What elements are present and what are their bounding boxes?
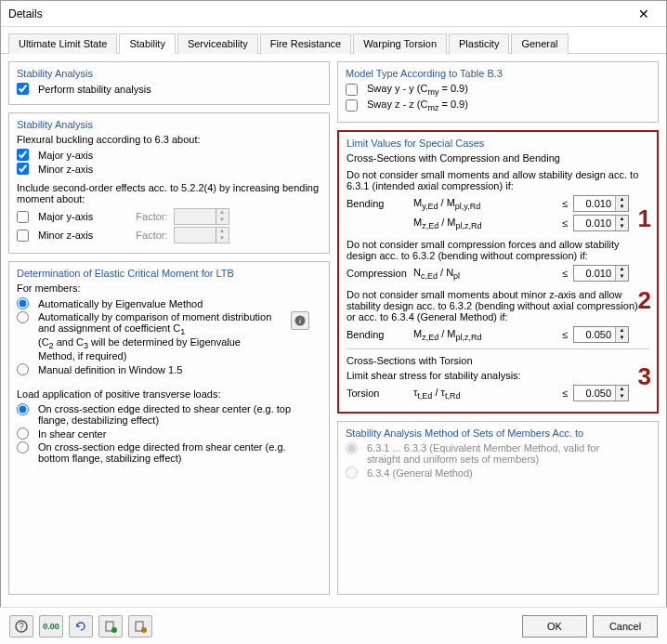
cross-sections-torsion-heading: Cross-Sections with Torsion [347,355,649,366]
sway-z-label: Sway z - z (Cmz = 0.9) [367,99,468,112]
limit-4-input[interactable] [574,327,615,342]
limit-2-input[interactable] [574,216,615,230]
minor-z2-checkbox[interactable] [17,230,29,242]
load-bottom-flange-radio[interactable] [17,441,29,453]
ltb-comparison-radio[interactable] [17,311,29,323]
group-title: Determination of Elastic Critical Moment… [17,268,321,279]
spin-up[interactable]: ▲ [616,196,628,204]
tab-general[interactable]: General [511,33,568,54]
sway-y-label: Sway y - y (Cmy = 0.9) [367,83,468,97]
limit-3-input[interactable] [574,266,615,281]
ltb-eigenvalue-label: Automatically by Eigenvalue Method [38,298,203,309]
major-y-checkbox[interactable] [17,149,29,161]
minor-z-label: Minor z-axis [38,164,93,175]
window-title: Details [8,7,629,20]
content-area: Stability Analysis Perform stability ana… [1,54,666,602]
group-stability-analysis-mid: Stability Analysis Flexural buckling acc… [8,112,330,254]
ratio-mzed-2: Mz,Ed / Mpl,z,Rd [413,328,556,342]
footer: ? 0.00 OK Cancel [0,607,667,644]
titlebar: Details ✕ [1,1,666,27]
limit-p4: Limit shear stress for stability analysi… [347,370,649,381]
tab-ultimate-limit-state[interactable]: Ultimate Limit State [8,33,117,54]
spin-up[interactable]: ▲ [616,266,628,273]
group-model-type: Model Type According to Table B.3 Sway y… [337,61,659,123]
load-shear-center-radio[interactable] [17,427,29,440]
cross-sections-compression-heading: Cross-Sections with Compression and Bend… [347,152,649,164]
cancel-button[interactable]: Cancel [593,615,658,637]
ratio-tau: τt,Ed / τt,Rd [413,387,556,401]
limit-1-spinner[interactable]: ▲▼ [573,195,629,212]
load-bottom-flange-label: On cross-section edge directed from shea… [38,441,307,464]
svg-text:?: ? [19,622,24,632]
left-column: Stability Analysis Perform stability ana… [8,61,330,595]
le-symbol: ≤ [562,198,568,209]
spin-up[interactable]: ▲ [616,216,628,223]
factor-label-2: Factor: [136,230,167,241]
load-shear-center-label: In shear center [38,428,106,440]
spin-down[interactable]: ▼ [616,335,628,342]
ok-button[interactable]: OK [522,615,587,637]
ltb-eigenvalue-radio[interactable] [17,297,29,309]
limit-1-input[interactable] [574,196,615,211]
major-y-label: Major y-axis [38,150,93,161]
minor-z-checkbox[interactable] [17,163,29,175]
tab-fire-resistance[interactable]: Fire Resistance [260,33,351,54]
footer-icons: ? 0.00 [9,615,152,637]
group-title: Stability Analysis [17,68,321,79]
for-members-label: For members: [17,283,321,294]
limit-p1: Do not consider small moments and allow … [347,169,649,191]
group-stability-method: Stability Analysis Method of Sets of Mem… [337,421,659,595]
svg-point-5 [111,627,117,633]
default-2-icon[interactable] [128,615,152,637]
ltb-comparison-label: Automatically by comparison of moment di… [38,311,280,361]
major-y2-checkbox[interactable] [17,211,29,223]
spin-down[interactable]: ▼ [616,273,628,281]
method-634-radio [346,467,358,479]
limit-4-spinner[interactable]: ▲▼ [573,326,629,343]
ltb-manual-radio[interactable] [17,363,29,375]
limit-3-spinner[interactable]: ▲▼ [573,265,629,282]
tab-stability[interactable]: Stability [119,33,176,54]
torsion-label: Torsion [347,388,413,399]
spin-down[interactable]: ▼ [616,223,628,230]
group-title: Stability Analysis [17,119,321,130]
units-icon[interactable]: 0.00 [39,615,63,637]
load-top-flange-radio[interactable] [17,403,29,415]
load-app-label: Load application of positive transverse … [17,388,321,400]
minor-z2-label: Minor z-axis [38,230,93,241]
second-order-label: Include second-order effects acc. to 5.2… [17,182,321,204]
ratio-nced: Nc,Ed / Npl [413,267,556,281]
limit-5-spinner[interactable]: ▲▼ [573,385,629,401]
compression-label: Compression [347,268,413,279]
tab-plasticity[interactable]: Plasticity [449,33,509,54]
perform-stability-label: Perform stability analysis [38,84,151,95]
factor-y-spinner: ▲▼ [174,208,229,225]
major-y2-label: Major y-axis [38,211,93,222]
tab-warping-torsion[interactable]: Warping Torsion [353,33,447,54]
spin-down[interactable]: ▼ [616,393,628,401]
close-button[interactable]: ✕ [629,4,659,24]
sway-z-checkbox[interactable] [346,99,358,112]
default-1-icon[interactable] [98,615,123,637]
limit-5-input[interactable] [574,386,615,401]
method-631-radio [346,442,358,454]
factor-y-input [175,209,216,224]
ratio-myed: My,Ed / Mpl,y,Rd [413,197,556,211]
spin-up[interactable]: ▲ [616,386,628,393]
callout-1: 1 [638,204,651,233]
group-elastic-critical-moment: Determination of Elastic Critical Moment… [8,261,330,595]
callout-2: 2 [638,286,651,315]
tab-serviceability[interactable]: Serviceability [177,33,258,54]
divider [347,348,649,349]
tabstrip: Ultimate Limit State Stability Serviceab… [1,27,666,54]
spin-down[interactable]: ▼ [616,204,628,211]
info-button[interactable]: i [291,311,309,330]
perform-stability-checkbox[interactable] [17,83,29,95]
spin-up[interactable]: ▲ [616,327,628,335]
factor-z-spinner: ▲▼ [174,227,229,243]
limit-2-spinner[interactable]: ▲▼ [573,215,629,231]
help-icon[interactable]: ? [9,615,33,637]
reset-icon[interactable] [69,615,93,637]
sway-y-checkbox[interactable] [346,84,358,96]
limit-p2: Do not consider small compression forces… [347,239,649,261]
